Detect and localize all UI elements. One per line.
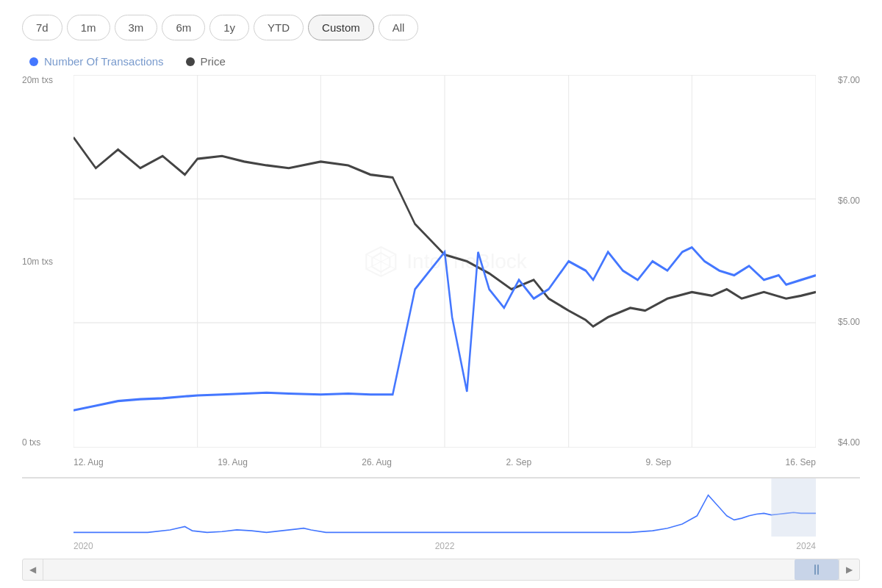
scrollbar[interactable]: ◀ ▶ bbox=[22, 559, 860, 581]
svg-rect-16 bbox=[74, 478, 816, 537]
scroll-handle-line-1 bbox=[814, 564, 816, 575]
y-label-mid-right: $5.00 bbox=[838, 317, 860, 327]
x-axis: 12. Aug 19. Aug 26. Aug 2. Sep 9. Sep 16… bbox=[74, 448, 816, 477]
mini-x-label-2020: 2020 bbox=[74, 541, 93, 551]
btn-all[interactable]: All bbox=[379, 15, 419, 40]
y-label-top-right: $7.00 bbox=[838, 75, 860, 85]
legend-label-price: Price bbox=[201, 55, 226, 68]
main-chart-area: 20m txs 10m txs 0 txs $7.00 $6.00 $5.00 … bbox=[22, 75, 860, 478]
y-label-bottom-right: $4.00 bbox=[838, 437, 860, 448]
x-label-5: 16. Sep bbox=[786, 457, 816, 467]
x-label-3: 2. Sep bbox=[506, 457, 531, 467]
scroll-handle bbox=[814, 564, 819, 575]
scroll-thumb[interactable] bbox=[795, 559, 839, 580]
main-container: 7d 1m 3m 6m 1y YTD Custom All Number Of … bbox=[0, 0, 882, 588]
mini-x-axis: 2020 2022 2024 bbox=[74, 537, 816, 555]
legend-dot-price bbox=[186, 57, 195, 66]
mini-chart-section: 2020 2022 2024 bbox=[22, 478, 860, 559]
btn-custom[interactable]: Custom bbox=[308, 15, 374, 40]
y-label-top-left: 20m txs bbox=[22, 75, 74, 85]
main-chart-svg-container: IntoTheBlock bbox=[74, 75, 816, 448]
mini-chart-svg bbox=[74, 478, 816, 537]
chart-wrapper: 20m txs 10m txs 0 txs $7.00 $6.00 $5.00 … bbox=[22, 75, 860, 581]
scroll-handle-line-2 bbox=[817, 564, 819, 575]
mini-x-label-2024: 2024 bbox=[796, 541, 816, 551]
y-axis-right: $7.00 $6.00 $5.00 $4.00 bbox=[816, 75, 860, 448]
mini-chart-inner bbox=[74, 478, 816, 537]
legend-label-transactions: Number Of Transactions bbox=[44, 55, 164, 68]
btn-1m[interactable]: 1m bbox=[67, 15, 110, 40]
btn-6m[interactable]: 6m bbox=[162, 15, 205, 40]
scroll-left-arrow[interactable]: ◀ bbox=[23, 559, 43, 580]
btn-3m[interactable]: 3m bbox=[115, 15, 158, 40]
y-label-midhigh-right: $6.00 bbox=[838, 196, 860, 206]
legend-price: Price bbox=[186, 55, 226, 68]
btn-7d[interactable]: 7d bbox=[22, 15, 62, 40]
x-label-2: 26. Aug bbox=[362, 457, 392, 467]
y-label-mid-left: 10m txs bbox=[22, 257, 74, 267]
x-label-0: 12. Aug bbox=[74, 457, 104, 467]
scroll-right-arrow[interactable]: ▶ bbox=[839, 559, 859, 580]
y-label-bottom-left: 0 txs bbox=[22, 437, 74, 448]
btn-ytd[interactable]: YTD bbox=[254, 15, 304, 40]
main-chart-svg bbox=[74, 75, 816, 448]
time-range-buttons: 7d 1m 3m 6m 1y YTD Custom All bbox=[22, 15, 860, 40]
scroll-track bbox=[43, 559, 839, 580]
btn-1y[interactable]: 1y bbox=[209, 15, 249, 40]
x-label-1: 19. Aug bbox=[218, 457, 248, 467]
svg-rect-17 bbox=[771, 478, 816, 537]
legend-dot-transactions bbox=[29, 57, 38, 66]
mini-x-label-2022: 2022 bbox=[435, 541, 455, 551]
chart-legend: Number Of Transactions Price bbox=[22, 55, 860, 68]
y-axis-left: 20m txs 10m txs 0 txs bbox=[22, 75, 74, 448]
legend-transactions: Number Of Transactions bbox=[29, 55, 164, 68]
x-label-4: 9. Sep bbox=[645, 457, 671, 467]
